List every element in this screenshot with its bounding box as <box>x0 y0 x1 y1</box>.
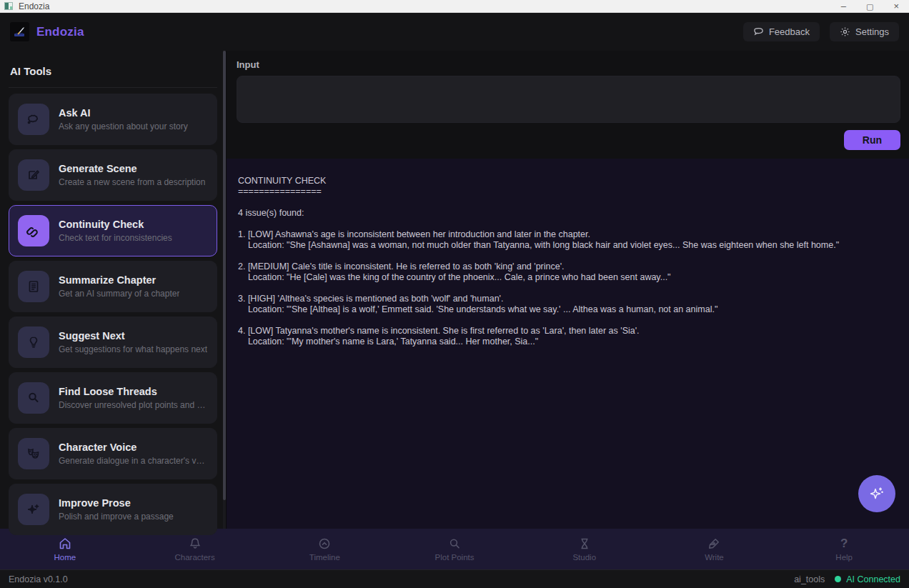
tool-card-improve-prose[interactable]: Improve Prose Polish and improve a passa… <box>9 484 217 535</box>
settings-button[interactable]: Settings <box>830 22 899 41</box>
app-logo <box>10 22 29 41</box>
nav-label: Characters <box>174 553 214 562</box>
theater-mask-icon <box>18 438 49 469</box>
tool-label: Suggest Next <box>59 330 207 342</box>
speech-bubble-icon <box>753 26 764 37</box>
minimize-button[interactable]: – <box>841 0 846 13</box>
tool-description: Discover unresolved plot points and dang… <box>59 400 208 410</box>
ai-tools-sidebar: AI Tools Ask AI Ask any question about y… <box>0 51 227 529</box>
magnifier-icon <box>447 537 462 551</box>
pen-nib-icon <box>707 537 721 551</box>
home-icon <box>58 537 72 551</box>
tool-card-continuity-check[interactable]: Continuity Check Check text for inconsis… <box>9 205 217 256</box>
nav-item-write[interactable]: Write <box>650 537 780 562</box>
tool-description: Ask any question about your story <box>59 121 188 131</box>
tool-card-character-voice[interactable]: Character Voice Generate dialogue in a c… <box>9 428 217 479</box>
output-panel: CONTINUITY CHECK ================ 4 issu… <box>227 159 909 529</box>
tool-description: Get suggestions for what happens next <box>59 344 207 354</box>
window-app-icon <box>4 2 13 10</box>
feedback-label: Feedback <box>769 26 810 37</box>
nav-item-characters[interactable]: Characters <box>130 537 260 562</box>
close-button[interactable]: × <box>893 0 899 13</box>
tool-label: Character Voice <box>59 442 208 453</box>
tool-label: Ask AI <box>59 107 188 119</box>
window-title: Endozia <box>19 1 841 11</box>
app-version: Endozia v0.1.0 <box>9 574 68 584</box>
hourglass-icon <box>577 537 592 551</box>
nav-label: Home <box>54 553 76 562</box>
nav-label: Plot Points <box>435 553 475 562</box>
tool-description: Create a new scene from a description <box>59 177 205 187</box>
nav-item-studio[interactable]: Studio <box>520 537 650 562</box>
tool-card-generate-scene[interactable]: Generate Scene Create a new scene from a… <box>9 149 217 201</box>
nav-item-home[interactable]: Home <box>0 537 130 562</box>
tool-main-panel: Input Run CONTINUITY CHECK =============… <box>227 51 909 529</box>
document-icon <box>18 271 49 302</box>
edit-pencil-icon <box>18 159 49 191</box>
sword-pixel-art-logo <box>14 26 26 39</box>
thought-bubble-icon <box>18 104 49 135</box>
sidebar-scrollbar[interactable] <box>223 51 226 529</box>
gear-icon <box>840 26 850 37</box>
tool-description: Get an AI summary of a chapter <box>59 289 179 299</box>
run-button[interactable]: Run <box>844 130 900 150</box>
maximize-button[interactable]: ▢ <box>866 0 873 13</box>
app-header: Endozia Feedback Settings <box>0 13 909 51</box>
tool-label: Find Loose Threads <box>59 386 208 397</box>
tool-label: Continuity Check <box>59 219 172 230</box>
tool-card-ask-ai[interactable]: Ask AI Ask any question about your story <box>9 94 217 145</box>
nav-label: Studio <box>572 553 596 562</box>
chain-link-icon <box>18 215 49 246</box>
status-dot-icon <box>835 576 841 582</box>
bell-icon <box>188 537 202 551</box>
settings-label: Settings <box>855 26 889 37</box>
tool-description: Polish and improve a passage <box>59 512 174 522</box>
nav-item-help[interactable]: ? Help <box>779 537 909 562</box>
nav-item-plot-points[interactable]: Plot Points <box>389 537 520 562</box>
tool-description: Generate dialogue in a character's voice <box>59 456 208 466</box>
current-module: ai_tools <box>794 574 825 584</box>
tool-label: Summarize Chapter <box>59 274 179 286</box>
tool-description: Check text for inconsistencies <box>59 233 172 243</box>
sparkles-icon <box>868 484 886 503</box>
tool-card-find-loose-threads[interactable]: Find Loose Threads Discover unresolved p… <box>9 372 217 424</box>
tool-label: Improve Prose <box>59 497 174 509</box>
tool-label: Generate Scene <box>59 163 205 174</box>
nav-label: Help <box>835 553 853 562</box>
chevron-up-circle-icon <box>317 537 332 551</box>
nav-item-timeline[interactable]: Timeline <box>259 537 389 562</box>
ai-assistant-fab[interactable] <box>858 475 895 512</box>
nav-label: Write <box>705 553 724 562</box>
nav-label: Timeline <box>309 553 340 562</box>
question-mark-icon: ? <box>840 537 848 551</box>
magnifier-icon <box>18 382 49 414</box>
sparkles-icon <box>18 494 49 525</box>
tool-card-suggest-next[interactable]: Suggest Next Get suggestions for what ha… <box>9 317 217 368</box>
app-name: Endozia <box>36 25 84 39</box>
input-label: Input <box>237 59 900 70</box>
status-bar: Endozia v0.1.0 ai_tools AI Connected <box>0 569 909 588</box>
feedback-button[interactable]: Feedback <box>743 22 820 41</box>
sidebar-title: AI Tools <box>9 59 217 88</box>
ai-connection-status: AI Connected <box>835 574 900 584</box>
lightbulb-icon <box>18 327 49 358</box>
tool-input-textarea[interactable] <box>237 76 900 123</box>
continuity-check-output: CONTINUITY CHECK ================ 4 issu… <box>238 176 898 347</box>
tool-card-summarize-chapter[interactable]: Summarize Chapter Get an AI summary of a… <box>9 261 217 312</box>
os-titlebar: Endozia – ▢ × <box>0 0 909 13</box>
